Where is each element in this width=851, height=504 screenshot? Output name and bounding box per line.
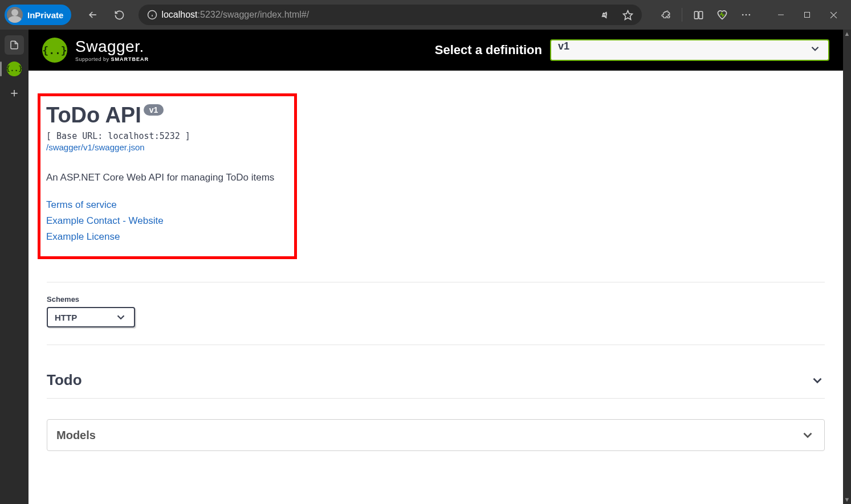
svg-point-7 — [742, 14, 744, 16]
license-link[interactable]: Example License — [46, 231, 288, 243]
collections-icon — [693, 10, 704, 21]
collections-button[interactable] — [687, 3, 710, 26]
api-title: ToDo API — [46, 103, 141, 128]
scroll-up-icon[interactable]: ▲ — [844, 31, 850, 37]
swagger-favicon-icon: {..} — [7, 62, 22, 76]
inprivate-label: InPrivate — [27, 10, 63, 20]
tag-name: Todo — [47, 371, 82, 389]
favorite-button[interactable] — [618, 3, 637, 26]
inprivate-badge[interactable]: InPrivate — [5, 5, 71, 25]
api-info-box: ToDo API v1 [ Base URL: localhost:5232 ]… — [38, 93, 297, 259]
swagger-logo[interactable]: {..} Swagger. Supported by SMARTBEAR — [42, 38, 149, 63]
heartbeat-icon — [716, 9, 728, 21]
more-button[interactable] — [735, 3, 758, 26]
definition-selected-value: v1 — [558, 40, 569, 52]
chevron-down-icon — [809, 43, 821, 58]
url-text: localhost:5232/swagger/index.html#/ — [161, 10, 596, 20]
contact-website-link[interactable]: Example Contact - Website — [46, 215, 288, 227]
swagger-logo-icon: {..} — [42, 38, 67, 63]
extensions-button[interactable] — [654, 3, 677, 26]
refresh-button[interactable] — [108, 3, 131, 26]
vertical-tab-strip: {..} ＋ — [0, 30, 28, 504]
plus-icon: ＋ — [8, 84, 21, 101]
refresh-icon — [114, 10, 125, 21]
schemes-select[interactable]: HTTP — [47, 307, 135, 327]
swagger-supported-by: Supported by SMARTBEAR — [75, 57, 149, 62]
svg-rect-5 — [694, 11, 698, 19]
chevron-down-icon — [810, 373, 825, 388]
close-icon — [830, 11, 837, 19]
models-section[interactable]: Models — [47, 419, 825, 451]
definition-select[interactable]: v1 — [550, 39, 829, 61]
page-icon — [9, 40, 19, 50]
scrollbar[interactable]: ▲ ▼ — [843, 30, 851, 504]
puzzle-icon — [660, 9, 671, 21]
schemes-label: Schemes — [47, 295, 825, 304]
chevron-down-icon — [115, 311, 127, 323]
svg-text:A⁾: A⁾ — [601, 11, 607, 18]
scroll-down-icon[interactable]: ▼ — [844, 497, 850, 503]
svg-marker-4 — [623, 10, 632, 19]
arrow-left-icon — [87, 9, 99, 21]
tab-swagger[interactable]: {..} — [5, 59, 24, 79]
swagger-wordmark: Swagger. — [75, 39, 149, 55]
site-info-icon[interactable] — [143, 10, 161, 20]
chevron-down-icon — [800, 428, 815, 442]
api-base-url: [ Base URL: localhost:5232 ] — [46, 131, 288, 141]
schemes-selected-value: HTTP — [55, 313, 77, 322]
page-viewport: {..} Swagger. Supported by SMARTBEAR Sel… — [28, 30, 843, 504]
swagger-topbar: {..} Swagger. Supported by SMARTBEAR Sel… — [28, 30, 843, 71]
browser-toolbar: InPrivate localhost:5232/swagger/index.h… — [0, 0, 851, 30]
toolbar-divider — [682, 8, 682, 22]
svg-point-9 — [749, 14, 751, 16]
tab-blank[interactable] — [5, 35, 24, 55]
models-heading: Models — [56, 429, 96, 442]
svg-point-8 — [746, 14, 747, 16]
performance-button[interactable] — [711, 3, 734, 26]
new-tab-button[interactable]: ＋ — [5, 83, 24, 103]
api-version-badge: v1 — [144, 104, 164, 116]
read-aloud-icon: A⁾ — [601, 10, 612, 21]
window-close-button[interactable] — [820, 3, 846, 26]
address-bar[interactable]: localhost:5232/swagger/index.html#/ A⁾ — [139, 5, 642, 25]
window-maximize-button[interactable] — [794, 3, 820, 26]
maximize-icon — [804, 11, 811, 18]
api-description: An ASP.NET Core Web API for managing ToD… — [46, 172, 288, 183]
profile-avatar-icon — [7, 7, 23, 23]
window-minimize-button[interactable] — [768, 3, 794, 26]
svg-rect-11 — [805, 13, 810, 18]
tag-todo-section[interactable]: Todo — [47, 362, 825, 399]
read-aloud-button[interactable]: A⁾ — [596, 3, 616, 26]
terms-of-service-link[interactable]: Terms of service — [46, 199, 288, 211]
ellipsis-icon — [740, 9, 752, 21]
minimize-icon — [777, 11, 784, 18]
svg-rect-6 — [699, 11, 702, 19]
oas-json-link[interactable]: /swagger/v1/swagger.json — [46, 142, 145, 152]
select-definition-label: Select a definition — [435, 43, 542, 58]
star-icon — [622, 10, 633, 21]
back-button[interactable] — [82, 3, 104, 26]
